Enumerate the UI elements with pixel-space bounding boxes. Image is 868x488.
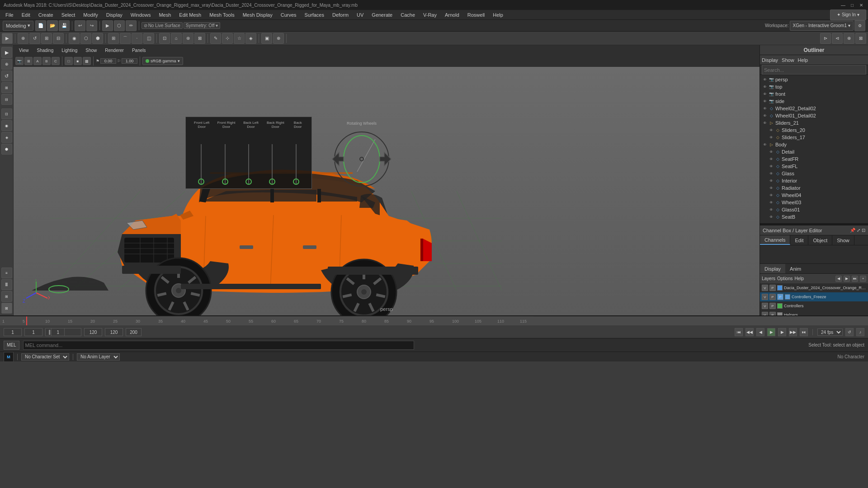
outliner-search-input[interactable] (762, 65, 866, 75)
range-end-input[interactable] (105, 328, 123, 336)
rivet[interactable]: ⊛ (183, 33, 193, 44)
menu-cache[interactable]: Cache (397, 11, 419, 19)
layer-tab-display[interactable]: Display (760, 264, 785, 273)
outliner-item[interactable]: 👁◇SeatFR (760, 155, 868, 163)
menu-display[interactable]: Display (103, 11, 126, 19)
current-frame-input[interactable] (24, 328, 42, 336)
left-layers4[interactable]: ⊠ (1, 303, 12, 314)
left-tool8[interactable]: ⬢ (1, 144, 12, 155)
range-start-input[interactable] (51, 328, 65, 336)
left-tool7[interactable]: ◈ (1, 132, 12, 143)
transport-play[interactable]: ▶ (767, 328, 775, 336)
slider-col-2[interactable] (225, 144, 226, 185)
xray[interactable]: ⬢ (92, 33, 103, 44)
soft-select[interactable]: ◉ (69, 33, 80, 44)
transport-prev-key[interactable]: ◀◀ (745, 328, 754, 336)
toolbar-select[interactable]: ▶ (102, 20, 113, 31)
tool-extra1[interactable]: ⊳ (820, 33, 831, 44)
tool4[interactable]: ◈ (245, 33, 256, 44)
frame-field[interactable] (100, 58, 116, 64)
slider-col-5[interactable] (296, 144, 297, 185)
paint1[interactable]: ✎ (210, 33, 221, 44)
modeling-mode-dropdown[interactable]: Modeling ▾ (3, 21, 33, 31)
layer-add[interactable]: + (860, 276, 866, 282)
vp-smooth[interactable]: ■ (74, 57, 82, 65)
layer-help-menu[interactable]: Help (794, 276, 804, 281)
start-frame-input[interactable] (4, 328, 22, 336)
channel-maximize[interactable]: ⤢ (857, 228, 860, 233)
outliner-item[interactable]: 👁◇SeatB (760, 213, 868, 221)
frame-field2[interactable] (122, 58, 137, 64)
move-tool[interactable]: ⊕ (18, 33, 28, 44)
layer-item-2[interactable]: V P P Controllers_Freeze (760, 292, 868, 301)
left-layers1[interactable]: ≡ (1, 267, 12, 278)
left-move[interactable]: ⊕ (1, 59, 12, 70)
left-layers2[interactable]: ≣ (1, 279, 12, 290)
tab-show[interactable]: Show (832, 235, 854, 245)
menu-create[interactable]: Create (35, 11, 57, 19)
menu-deform[interactable]: Deform (329, 11, 352, 19)
fps-dropdown[interactable]: 24 fps 30 fps 60 fps (817, 328, 843, 336)
menu-roswell[interactable]: Roswell (464, 11, 489, 19)
symmetry-indicator[interactable]: Symmetry: Off ▾ (184, 22, 220, 29)
transform-tool[interactable]: ⊟ (53, 33, 64, 44)
menu-modify[interactable]: Modify (80, 11, 101, 19)
loop-toggle[interactable]: ↺ (845, 328, 854, 336)
outliner-item[interactable]: 👁◇Wheel02_Detail02 (760, 105, 868, 112)
outliner-item[interactable]: 👁📷side (760, 98, 868, 105)
layer-tab-anim[interactable]: Anim (785, 264, 806, 273)
outliner-item[interactable]: 👁◇Sliders_20 (760, 127, 868, 134)
outliner-item[interactable]: 👁📷top (760, 83, 868, 90)
menu-file[interactable]: File (2, 11, 17, 19)
minimize-button[interactable]: — (840, 2, 846, 8)
toolbar-open[interactable]: 📂 (47, 20, 58, 31)
tool3[interactable]: ☆ (234, 33, 245, 44)
transport-go-end[interactable]: ⏭ (800, 328, 808, 336)
tool-extra2[interactable]: ⊲ (832, 33, 843, 44)
toolbar-new[interactable]: 📄 (35, 20, 46, 31)
rotate-tool[interactable]: ↺ (29, 33, 40, 44)
vp-view[interactable]: View (15, 47, 33, 54)
menu-arnold[interactable]: Arnold (441, 11, 463, 19)
deformer[interactable]: ⊠ (194, 33, 205, 44)
menu-surfaces[interactable]: Surfaces (301, 11, 328, 19)
tab-edit[interactable]: Edit (790, 235, 808, 245)
layer-v-2[interactable]: V (762, 294, 768, 300)
history[interactable]: ⊡ (159, 33, 170, 44)
mel-input[interactable] (23, 341, 415, 350)
symmetry[interactable]: ⬡ (80, 33, 91, 44)
vp-panels[interactable]: Panels (128, 47, 150, 54)
layer-options-menu[interactable]: Options (777, 276, 793, 281)
left-select[interactable]: ▶ (1, 47, 12, 58)
vp-camera[interactable]: 📷 (15, 57, 24, 65)
vp-aa[interactable]: A (33, 57, 42, 65)
outliner-item[interactable]: 👁◇Glass (760, 170, 868, 177)
menu-generate[interactable]: Generate (368, 11, 396, 19)
vp-cc[interactable]: C (52, 57, 60, 65)
transport-next-frame[interactable]: ▶ (778, 328, 786, 336)
toolbar-redo[interactable]: ↪ (86, 20, 97, 31)
outliner-help-menu[interactable]: Help (798, 57, 808, 63)
outliner-item[interactable]: 👁📷front (760, 90, 868, 98)
menu-mesh[interactable]: Mesh (155, 11, 175, 19)
no-live-surface-indicator[interactable]: ⊘ No Live Surface (142, 22, 183, 29)
workspace-settings[interactable]: ⚙ (854, 20, 865, 31)
vp-lighting[interactable]: Lighting (58, 47, 81, 54)
outliner-item[interactable]: 👁📷persp (760, 76, 868, 83)
close-button[interactable]: ✕ (858, 2, 864, 8)
toolbar-lasso[interactable]: ⬡ (114, 20, 125, 31)
layer-p-2[interactable]: P (769, 294, 776, 300)
menu-edit[interactable]: Edit (18, 11, 34, 19)
outliner-item[interactable]: 👁▷Body (760, 141, 868, 148)
layer-item-1[interactable]: V P Dacia_Duster_2024_Crossover_Orange_R… (760, 283, 868, 292)
slider-col-1[interactable] (201, 144, 202, 185)
toolbar-save[interactable]: 💾 (59, 20, 70, 31)
layer-nav-end[interactable]: ⏭ (852, 276, 858, 282)
menu-edit-mesh[interactable]: Edit Mesh (175, 11, 205, 19)
vp-renderer[interactable]: Renderer (101, 47, 127, 54)
left-tool5[interactable]: ⊡ (1, 108, 12, 119)
left-tool6[interactable]: ◉ (1, 120, 12, 131)
slider-col-3[interactable] (248, 144, 249, 185)
vp-wireframe[interactable]: □ (65, 57, 73, 65)
menu-windows[interactable]: Windows (127, 11, 155, 19)
